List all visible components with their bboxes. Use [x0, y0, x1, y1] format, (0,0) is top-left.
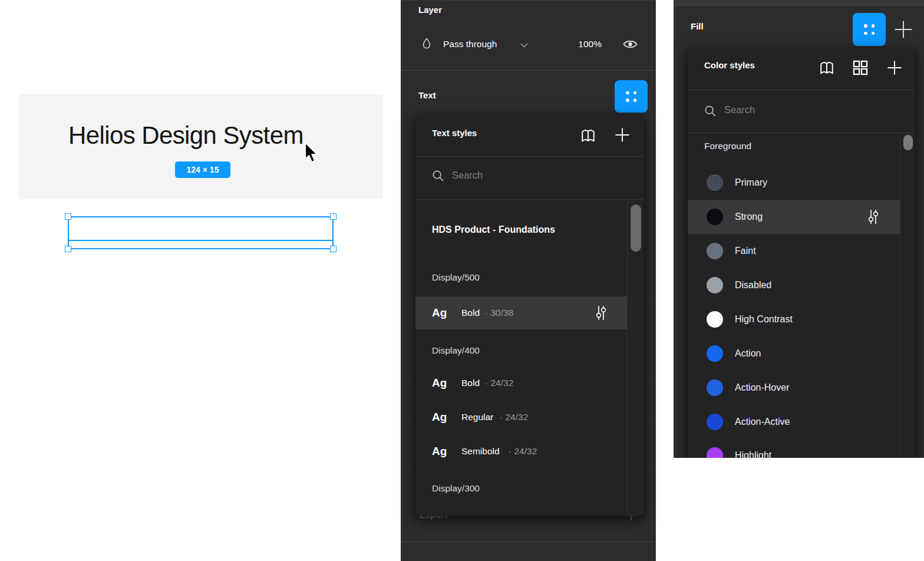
text-style-option[interactable]: Ag Regular · 24/32: [415, 402, 627, 432]
section-divider: [401, 542, 656, 542]
text-styles-dropdown-title: Text styles: [432, 128, 477, 138]
style-weight: Bold: [461, 296, 480, 329]
scrollbar-thumb[interactable]: [631, 204, 641, 252]
mouse-cursor-icon: [302, 141, 319, 165]
color-swatch: [707, 277, 723, 293]
canvas[interactable]: Helios Design System 124 × 15: [19, 94, 383, 199]
add-style-icon[interactable]: [615, 127, 630, 143]
fill-panel: Fill Color styles: [674, 0, 924, 458]
selection-handle-bottom-right[interactable]: [330, 246, 336, 252]
style-weight: Bold: [461, 368, 480, 398]
scrollbar-gutter: [900, 133, 900, 458]
text-styles-dropdown: Text styles Search HDS Product - Foundat…: [415, 115, 644, 516]
color-style-option[interactable]: Faint: [688, 234, 900, 268]
blend-mode-select[interactable]: Pass through: [443, 39, 497, 50]
style-weight: Semibold: [461, 437, 500, 466]
color-swatch: [707, 345, 723, 362]
style-size: · 24/32: [509, 437, 537, 466]
color-style-name: Primary: [735, 166, 767, 200]
figma-workspace: Helios Design System 124 × 15 Layer Pass…: [0, 0, 924, 561]
design-panel: Layer Pass through 100% Text Export Tex: [401, 0, 656, 561]
selection-handle-top-right[interactable]: [330, 213, 336, 220]
style-dots-icon: [625, 90, 638, 103]
color-styles-toggle-button[interactable]: [853, 13, 886, 46]
style-sample: Ag: [432, 296, 447, 329]
color-style-name: High Contrast: [735, 302, 793, 336]
color-style-option[interactable]: Action-Hover: [688, 371, 900, 405]
size-badge: 124 × 15: [175, 161, 230, 178]
style-size: · 24/32: [485, 368, 513, 398]
opacity-input[interactable]: 100%: [548, 39, 602, 50]
style-weight: Regular: [461, 402, 493, 432]
color-swatch: [707, 174, 723, 191]
visibility-eye-icon[interactable]: [622, 38, 638, 51]
blend-mode-icon: [420, 37, 433, 51]
color-swatch: [707, 414, 723, 430]
color-style-search-input[interactable]: Search: [724, 104, 755, 116]
grid-view-icon[interactable]: [853, 60, 868, 75]
color-style-option-selected[interactable]: Strong: [688, 200, 900, 234]
library-book-icon[interactable]: [580, 127, 596, 143]
panel-top-strip: [674, 0, 924, 5]
style-sample: Ag: [432, 437, 447, 466]
selection-handle-top-left[interactable]: [65, 213, 71, 220]
color-style-name: Strong: [735, 200, 763, 234]
style-size: · 24/32: [500, 402, 528, 432]
style-sample: Ag: [432, 402, 447, 432]
chevron-down-icon[interactable]: [520, 43, 528, 48]
style-group-label: Display/500: [432, 272, 480, 283]
text-styles-toggle-button[interactable]: [615, 80, 648, 113]
color-style-name: Action: [735, 336, 761, 371]
search-icon: [432, 170, 444, 182]
style-group-label: Display/400: [432, 345, 480, 356]
selection-handle-bottom-left[interactable]: [65, 246, 71, 252]
color-swatch: [707, 311, 723, 328]
color-style-name: Highlight: [735, 438, 771, 458]
color-style-name: Disabled: [735, 268, 771, 302]
color-style-name: Faint: [735, 234, 756, 268]
color-style-option[interactable]: Action-Active: [688, 405, 900, 439]
canvas-text-layer[interactable]: Helios Design System: [68, 121, 303, 150]
edit-style-sliders-icon[interactable]: [866, 209, 880, 225]
selection-bounding-box[interactable]: [68, 216, 334, 249]
dropdown-divider: [688, 133, 915, 133]
dropdown-divider: [688, 90, 915, 90]
add-fill-icon[interactable]: [894, 20, 913, 39]
text-style-search-input[interactable]: Search: [452, 170, 483, 181]
color-swatch: [707, 209, 723, 225]
section-divider: [401, 70, 656, 71]
fill-section-title: Fill: [691, 21, 704, 31]
scrollbar-thumb[interactable]: [903, 135, 913, 150]
style-dots-icon: [863, 23, 876, 36]
color-style-option[interactable]: High Contrast: [688, 302, 900, 336]
color-swatch: [707, 380, 723, 396]
selection-inner-edge: [68, 240, 334, 241]
color-style-option[interactable]: Disabled: [688, 268, 900, 302]
section-divider: [674, 5, 924, 6]
add-style-icon[interactable]: [887, 60, 902, 75]
color-swatch: [707, 447, 723, 458]
text-style-option[interactable]: Ag Bold · 24/32: [415, 368, 627, 398]
dropdown-divider: [415, 156, 644, 157]
color-style-option[interactable]: Primary: [688, 166, 900, 200]
edit-style-sliders-icon[interactable]: [594, 305, 608, 321]
text-style-option-selected[interactable]: Ag Bold · 30/38: [415, 296, 627, 329]
dropdown-divider: [415, 199, 644, 200]
color-group-label: Foreground: [704, 141, 751, 151]
color-styles-dropdown-title: Color styles: [704, 60, 755, 70]
library-book-icon[interactable]: [819, 60, 835, 75]
style-group-label: Display/300: [432, 483, 480, 494]
text-section-title: Text: [418, 90, 436, 100]
color-style-option[interactable]: Action: [688, 336, 900, 371]
style-size: · 30/38: [485, 296, 513, 329]
layer-section-title: Layer: [418, 5, 442, 15]
color-swatch: [707, 243, 723, 259]
color-style-name: Action-Active: [735, 405, 790, 439]
color-style-option[interactable]: Highlight: [688, 438, 900, 458]
search-icon: [704, 105, 717, 117]
library-name: HDS Product - Foundations: [432, 225, 555, 235]
style-sample: Ag: [432, 368, 447, 398]
scrollbar-gutter: [627, 200, 628, 516]
text-style-option[interactable]: Ag Semibold · 24/32: [415, 437, 627, 466]
color-style-name: Action-Hover: [735, 371, 789, 405]
